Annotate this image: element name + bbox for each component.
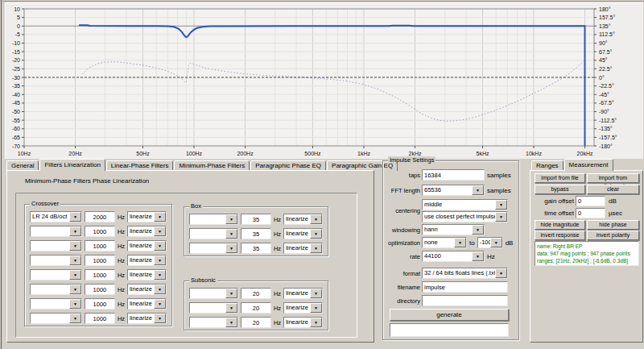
windowing-select[interactable]: hann▼ [422,224,485,235]
filter-type-select[interactable]: ▼ [189,288,238,299]
frequency-input[interactable] [241,228,271,239]
gain-offset-label: gain offset [530,197,574,205]
import-from-clipboard-button[interactable]: import from clipboard [587,173,639,183]
frequency-input[interactable] [85,313,115,324]
hide-phase-button[interactable]: hide phase [587,220,639,230]
filter-type-select[interactable]: ▼ [189,302,238,314]
hz-label: Hz [274,216,281,223]
optimization-threshold-select[interactable]: -100▼ [477,237,503,248]
box-row: ▼ Hz linearize▼ [189,243,323,254]
clear-button[interactable]: clear [587,185,639,194]
mode-select[interactable]: linearize▼ [127,298,167,310]
filter-type-select[interactable]: ▼ [30,240,82,251]
svg-text:22.5°: 22.5° [599,66,613,72]
filter-type-select[interactable]: ▼ [189,214,238,225]
hide-magnitude-button[interactable]: hide magnitude [535,220,585,230]
filter-type-select[interactable]: ▼ [189,243,238,254]
filter-type-select[interactable]: ▼ [189,228,238,239]
box-group-label: Box [189,202,203,210]
svg-text:-10: -10 [12,40,20,46]
centering-select[interactable]: middle▼ [422,199,508,210]
rate-select[interactable]: 44100▼ [422,251,485,262]
mode-select[interactable]: linearize▼ [127,211,167,222]
frequency-input[interactable] [241,214,271,225]
mode-select[interactable]: linearize▼ [283,302,323,314]
hz-label: Hz [274,231,281,238]
filter-type-select[interactable]: ▼ [30,284,82,295]
invert-polarity-button[interactable]: invert polarity [587,231,639,240]
hz-label: Hz [118,286,125,293]
fft-length-label: FFT length [383,187,420,194]
frequency-input[interactable] [85,240,115,251]
mode-select[interactable]: linearize▼ [283,228,323,239]
fft-length-select[interactable]: 65536▼ [422,185,485,196]
frequency-input[interactable] [85,284,115,295]
frequency-input[interactable] [241,243,271,254]
chevron-down-icon: ▼ [69,270,81,280]
hz-label: Hz [118,243,125,250]
frequency-input[interactable] [241,302,271,314]
format-select[interactable]: 32 / 64 bits floats lines (.txt)▼ [422,268,508,279]
chevron-down-icon: ▼ [154,299,166,309]
frequency-input[interactable] [241,317,271,328]
frequency-input[interactable] [85,298,115,310]
mode-select[interactable]: linearize▼ [283,214,323,225]
svg-text:50Hz: 50Hz [136,151,150,156]
mode-select[interactable]: linearize▼ [127,226,167,237]
chevron-down-icon: ▼ [69,256,81,265]
frequency-input[interactable] [85,269,115,280]
svg-text:20Hz: 20Hz [68,151,82,156]
box-row: ▼ Hz linearize▼ [189,228,323,239]
frequency-input[interactable] [85,226,115,237]
hz-label: Hz [118,315,125,322]
frequency-input[interactable] [85,255,115,266]
centering-label: centering [383,207,420,214]
mode-select[interactable]: linearize▼ [283,317,323,328]
mode-select[interactable]: linearize▼ [283,243,323,254]
windowing-label: windowing [383,226,420,234]
crossover-row: ▼ Hz linearize▼ [30,284,167,295]
impulse-settings-group: Impulse Settings taps samples FFT length… [382,160,519,340]
invert-response-button[interactable]: invert response [535,231,585,240]
directory-input[interactable] [422,295,508,306]
svg-text:-20: -20 [12,57,20,63]
filter-type-select[interactable]: LR 24 dB/oct▼ [30,211,82,222]
bypass-button[interactable]: bypass [535,185,585,194]
mode-select[interactable]: linearize▼ [127,255,167,266]
filter-type-select[interactable]: ▼ [30,313,82,324]
chevron-down-icon: ▼ [154,256,166,265]
mode-select[interactable]: linearize▼ [127,284,167,295]
time-offset-input[interactable] [576,208,605,218]
svg-text:10kHz: 10kHz [526,151,542,156]
svg-text:-135°: -135° [599,126,613,131]
mode-select[interactable]: linearize▼ [127,313,167,324]
optimization-select[interactable]: none▼ [422,237,467,248]
mode-select[interactable]: linearize▼ [283,288,323,299]
filter-type-select[interactable]: ▼ [189,317,238,328]
tab-filters-linearization[interactable]: Filters Linearization [39,159,105,171]
generate-button[interactable]: generate [390,309,509,321]
tab-measurement[interactable]: Measurement [564,159,613,171]
mode-select[interactable]: linearize▼ [127,240,167,251]
svg-text:20kHz: 20kHz [577,151,593,156]
filter-type-select[interactable]: ▼ [30,255,82,266]
chevron-down-icon: ▼ [495,200,507,210]
svg-text:0°: 0° [599,75,605,81]
import-from-file-button[interactable]: import from file [535,173,585,183]
taps-input[interactable] [422,169,485,181]
filename-input[interactable] [422,281,508,293]
frequency-input[interactable] [241,288,271,299]
filter-type-select[interactable]: ▼ [30,269,82,280]
svg-text:0: 0 [17,23,20,29]
filter-type-select[interactable]: ▼ [30,226,82,237]
box-group: Box ▼ Hz linearize▼ ▼ Hz linearize▼ ▼ Hz [184,206,328,256]
hz-label: Hz [274,290,281,297]
taps-label: taps [383,172,420,179]
filter-type-select[interactable]: ▼ [30,298,82,310]
frequency-input[interactable] [85,211,115,222]
mode-select[interactable]: linearize▼ [127,269,167,280]
crossover-row: ▼ Hz linearize▼ [30,313,167,324]
centering-mode-select[interactable]: use closest perfect impulse▼ [422,211,508,222]
gain-offset-input[interactable] [576,196,605,206]
format-label: format [383,270,420,277]
